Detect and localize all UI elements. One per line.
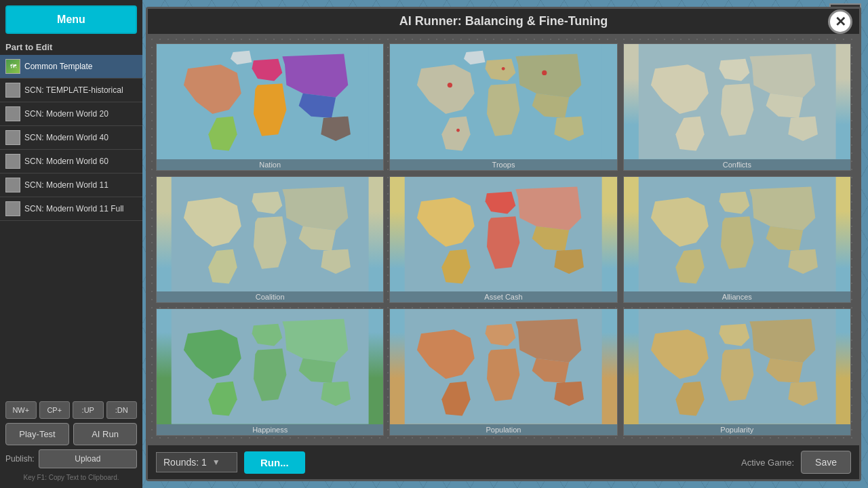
maps-grid: Nation (156, 43, 851, 436)
menu-button[interactable]: Menu (5, 5, 137, 34)
map-cell-troops[interactable]: Troops (389, 43, 617, 171)
sidebar-item-scn-historical[interactable]: SCN: TEMPLATE-historical (0, 79, 142, 102)
map-svg-asset (390, 177, 616, 292)
action-buttons-row: NW+ CP+ :UP :DN (5, 401, 137, 419)
map-svg-population (390, 309, 616, 424)
play-test-button[interactable]: Play-Test (5, 423, 69, 445)
map-visual-alliances (624, 177, 850, 292)
map-svg-conflicts (624, 44, 850, 159)
title-bar: AI Runner: Balancing & Fine-Tuning ✕ (148, 9, 859, 35)
upload-button[interactable]: Upload (39, 449, 137, 468)
up-button[interactable]: :UP (73, 401, 104, 419)
rounds-arrow-icon: ▼ (212, 458, 220, 467)
scn-modern-60-icon (5, 154, 20, 169)
ai-run-button[interactable]: AI Run (73, 423, 137, 445)
sidebar-item-label: Common Template (24, 62, 93, 71)
map-visual-conflicts (624, 44, 850, 159)
map-svg-happiness (157, 309, 383, 424)
publish-row: Publish: Upload (5, 449, 137, 468)
map-cell-happiness[interactable]: Happiness (156, 308, 384, 436)
publish-label: Publish: (5, 454, 35, 464)
map-svg-popularity (624, 309, 850, 424)
sidebar-item-label: SCN: Modern World 20 (24, 109, 108, 119)
nw-plus-button[interactable]: NW+ (5, 401, 37, 419)
map-svg-coalition (157, 177, 383, 292)
sidebar-item-label: SCN: Modern World 11 (24, 180, 108, 190)
map-visual-nation (157, 44, 383, 159)
cp-plus-button[interactable]: CP+ (39, 401, 71, 419)
sidebar-item-scn-modern-11-full[interactable]: SCN: Modern World 11 Full (0, 197, 142, 221)
sidebar-bottom: NW+ CP+ :UP :DN Play-Test AI Run Publish… (0, 396, 142, 488)
save-button[interactable]: Save (801, 451, 851, 474)
map-label-alliances: Alliances (624, 291, 850, 302)
map-cell-asset-cash[interactable]: Asset Cash (389, 176, 617, 304)
map-svg-alliances (624, 177, 850, 292)
main-panel: AI Runner: Balancing & Fine-Tuning ✕ (146, 7, 861, 481)
sidebar-item-scn-modern-40[interactable]: SCN: Modern World 40 (0, 126, 142, 150)
dn-button[interactable]: :DN (106, 401, 138, 419)
map-label-nation: Nation (157, 159, 383, 170)
sidebar-item-label: SCN: Modern World 40 (24, 133, 108, 142)
map-label-coalition: Coalition (157, 291, 383, 302)
svg-point-2 (448, 83, 452, 87)
sidebar-item-scn-modern-20[interactable]: SCN: Modern World 20 (0, 102, 142, 126)
map-svg-nation (157, 44, 383, 159)
bottom-controls: Rounds: 1 ▼ Run... Active Game: Save (148, 444, 859, 479)
hint-text: Key F1: Copy Text to Clipboard. (5, 472, 137, 483)
map-label-asset-cash: Asset Cash (390, 291, 616, 302)
title-text: AI Runner: Balancing & Fine-Tuning (399, 14, 608, 28)
maps-area: Nation (148, 35, 859, 444)
active-game-label: Active Game: (741, 458, 794, 468)
big-btn-row: Play-Test AI Run (5, 423, 137, 445)
scn-modern-11-full-icon (5, 201, 20, 216)
svg-point-3 (502, 67, 505, 70)
rounds-dropdown[interactable]: Rounds: 1 ▼ (156, 452, 237, 472)
sidebar-item-scn-modern-11[interactable]: SCN: Modern World 11 (0, 174, 142, 197)
map-cell-alliances[interactable]: Alliances (623, 176, 851, 304)
map-visual-popularity (624, 309, 850, 424)
map-cell-conflicts[interactable]: Conflicts (623, 43, 851, 171)
map-cell-population[interactable]: Population (389, 308, 617, 436)
scn-historical-icon (5, 83, 20, 98)
sidebar-item-common-template[interactable]: 🗺 Common Template (0, 55, 142, 79)
map-visual-population (390, 309, 616, 424)
scn-modern-40-icon (5, 130, 20, 145)
map-visual-asset (390, 177, 616, 292)
sidebar-item-label: SCN: Modern World 60 (24, 157, 108, 166)
rounds-value: Rounds: 1 (163, 457, 207, 468)
svg-point-5 (456, 129, 460, 132)
map-svg-troops (390, 44, 616, 159)
map-label-conflicts: Conflicts (624, 159, 850, 170)
common-template-icon: 🗺 (5, 59, 20, 74)
scn-modern-20-icon (5, 106, 20, 121)
map-cell-nation[interactable]: Nation (156, 43, 384, 171)
run-button[interactable]: Run... (244, 451, 305, 474)
map-visual-coalition (157, 177, 383, 292)
part-to-edit-label: Part to Edit (0, 39, 142, 55)
map-label-troops: Troops (390, 159, 616, 170)
map-label-population: Population (390, 424, 616, 435)
sidebar: Menu Part to Edit 🗺 Common Template SCN:… (0, 0, 142, 488)
map-visual-happiness (157, 309, 383, 424)
scn-modern-11-icon (5, 178, 20, 192)
close-button[interactable]: ✕ (828, 9, 852, 34)
sidebar-item-label: SCN: Modern World 11 Full (24, 204, 124, 214)
map-cell-coalition[interactable]: Coalition (156, 176, 384, 304)
map-label-popularity: Popularity (624, 424, 850, 435)
map-label-happiness: Happiness (157, 424, 383, 435)
sidebar-item-scn-modern-60[interactable]: SCN: Modern World 60 (0, 150, 142, 174)
map-visual-troops (390, 44, 616, 159)
svg-point-4 (542, 70, 547, 75)
map-cell-popularity[interactable]: Popularity (623, 308, 851, 436)
sidebar-item-label: SCN: TEMPLATE-historical (24, 85, 123, 95)
